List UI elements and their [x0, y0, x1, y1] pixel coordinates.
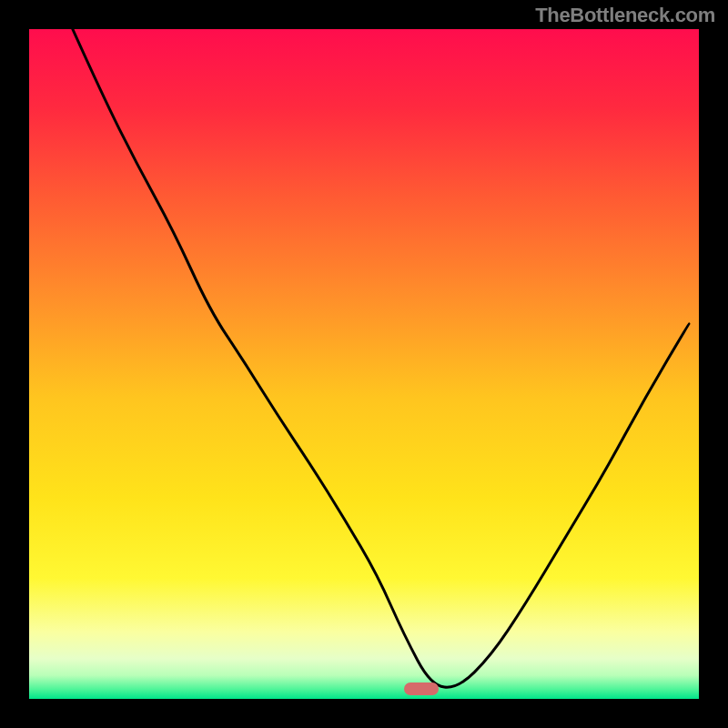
chart-frame: TheBottleneck.com: [0, 0, 728, 728]
optimum-marker: [404, 682, 439, 695]
bottleneck-chart: [29, 29, 699, 699]
gradient-rect: [29, 29, 699, 699]
watermark-text: TheBottleneck.com: [535, 4, 715, 27]
